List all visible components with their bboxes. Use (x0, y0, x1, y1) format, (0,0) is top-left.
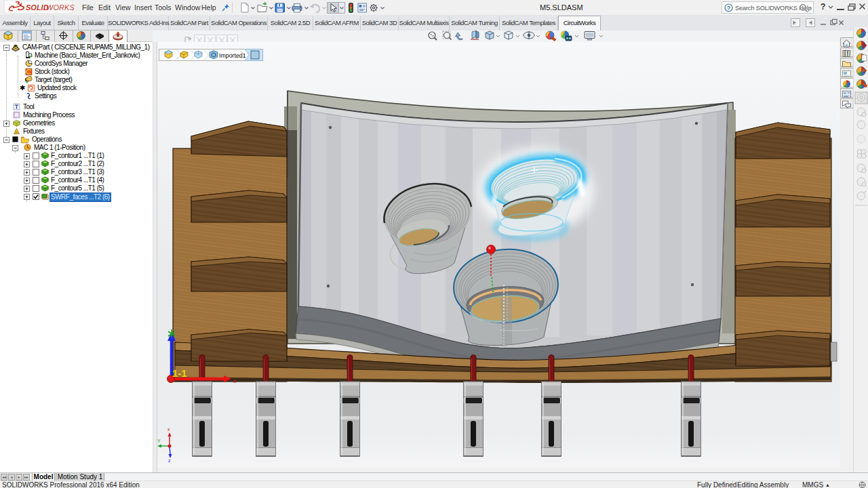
svg-text:x: x (167, 427, 170, 432)
svg-text:WORKS: WORKS (46, 3, 75, 12)
svg-text:1-1: 1-1 (172, 367, 187, 379)
svg-text:Y: Y (157, 439, 161, 443)
svg-text:z: z (168, 458, 171, 463)
svg-text:SOLID: SOLID (26, 3, 49, 12)
svg-text:?: ? (727, 5, 730, 12)
svg-text:Imported1: Imported1 (219, 52, 246, 59)
svg-text:x: x (233, 378, 237, 384)
